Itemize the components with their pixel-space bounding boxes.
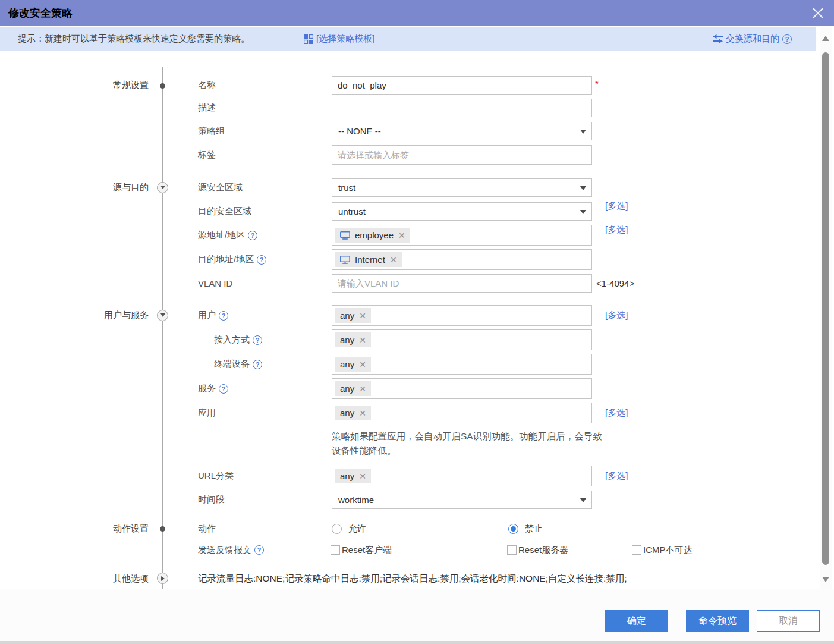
vlan-range-hint: <1-4094> [596,274,634,293]
help-icon[interactable]: ? [253,360,262,369]
terminal-device-row: 终端设备 ? any ✕ [0,354,834,375]
help-icon[interactable]: ? [253,335,262,345]
chip-remove-icon[interactable]: ✕ [359,385,366,393]
tags-input[interactable] [332,145,592,165]
address-chip: employee ✕ [335,228,410,243]
terminal-device-label-text: 终端设备 [214,359,250,370]
close-icon[interactable] [810,5,826,21]
access-mode-label-text: 接入方式 [214,334,250,345]
cancel-button[interactable]: 取消 [757,610,820,632]
radio-allow[interactable] [332,524,342,534]
swap-source-dest-link[interactable]: 交换源和目的 ? [713,33,792,45]
description-input[interactable] [332,99,592,117]
deny-label: 禁止 [525,523,543,535]
dest-zone-select[interactable]: untrust [332,202,592,221]
required-mark: * [595,78,599,89]
time-range-value: worktime [338,495,374,505]
name-input[interactable] [332,76,592,95]
application-note: 策略如果配置应用，会自动开启SA识别功能。功能开启后，会导致设备性能降低。 [332,429,604,458]
dest-zone-value: untrust [338,206,366,216]
chip-remove-icon[interactable]: ✕ [390,256,397,264]
help-icon[interactable]: ? [219,311,228,321]
checkbox-reset-client[interactable] [331,545,340,555]
chip-remove-icon[interactable]: ✕ [359,360,366,369]
chip-text: any [340,310,354,321]
user-field[interactable]: any ✕ [332,305,592,326]
url-category-field[interactable]: any ✕ [332,466,592,486]
help-icon[interactable]: ? [257,255,266,265]
help-icon[interactable]: ? [782,34,792,44]
chip-remove-icon[interactable]: ✕ [359,409,366,417]
reset-client-option: Reset客户端 [331,543,392,557]
chip-remove-icon[interactable]: ✕ [359,336,366,344]
time-range-select[interactable]: worktime [332,491,592,509]
vlan-input[interactable] [332,274,592,293]
dest-address-label-text: 目的地址/地区 [198,254,254,265]
radio-deny[interactable] [508,524,518,534]
application-multi-link[interactable]: [多选] [605,403,628,423]
chip-text: Internet [355,255,385,265]
source-address-field[interactable]: employee ✕ [332,225,592,246]
section-user-service: 用户与服务 [53,305,149,326]
command-preview-button[interactable]: 命令预览 [686,610,749,632]
section-other: 其他选项 [53,571,149,586]
action-allow-option: 允许 [332,522,366,536]
chip-text: employee [355,230,394,240]
feedback-label: 发送反馈报文 ? [198,543,264,557]
dialog-titlebar: 修改安全策略 [0,0,834,26]
vlan-row: VLAN ID <1-4094> [0,274,834,293]
chip-remove-icon[interactable]: ✕ [359,472,366,480]
any-chip: any ✕ [335,308,371,323]
select-policy-template-link[interactable]: [选择策略模板] [316,33,374,45]
policy-group-row: 策略组 -- NONE -- [0,122,834,140]
scroll-up-icon[interactable] [822,36,829,41]
reset-client-label: Reset客户端 [342,545,392,556]
action-row: 动作设置 动作 允许 禁止 [0,522,834,536]
expand-section-icon[interactable] [157,573,168,584]
host-icon [340,256,350,264]
application-field[interactable]: any ✕ [332,403,592,423]
chip-remove-icon[interactable]: ✕ [359,312,366,320]
source-zone-row: 源与目的 源安全区域 trust [多选] [0,178,834,197]
dest-address-field[interactable]: Internet ✕ [332,249,592,270]
chip-text: any [340,408,354,418]
help-icon[interactable]: ? [254,545,264,555]
service-field[interactable]: any ✕ [332,378,592,399]
reset-server-label: Reset服务器 [518,545,568,556]
name-label: 名称 [198,76,216,95]
any-chip: any ✕ [335,332,371,347]
url-category-row: URL分类 any ✕ [多选] [0,466,834,486]
terminal-device-field[interactable]: any ✕ [332,354,592,375]
help-icon[interactable]: ? [248,231,257,240]
tags-label: 标签 [198,145,216,165]
source-zone-label: 源安全区域 [198,178,243,197]
help-icon[interactable]: ? [219,384,228,394]
user-row: 用户与服务 用户 ? any ✕ [多选] [0,305,834,326]
chip-remove-icon[interactable]: ✕ [398,231,405,240]
icmp-unreachable-option: ICMP不可达 [632,543,693,557]
user-multi-link[interactable]: [多选] [605,305,628,326]
source-zone-select[interactable]: trust [332,178,592,197]
access-mode-field[interactable]: any ✕ [332,329,592,350]
checkbox-icmp-unreachable[interactable] [632,545,641,555]
collapse-section-icon[interactable] [157,310,168,321]
checkbox-reset-server[interactable] [507,545,517,555]
collapse-section-icon[interactable] [157,182,168,193]
section-general: 常规设置 [53,76,149,95]
application-label: 应用 [198,403,216,423]
ok-button[interactable]: 确定 [605,610,668,632]
dest-zone-label: 目的安全区域 [198,202,251,221]
swap-label: 交换源和目的 [726,33,779,45]
vlan-label: VLAN ID [198,274,232,293]
allow-label: 允许 [348,523,366,535]
other-options-summary: 记录流量日志:NONE;记录策略命中日志:禁用;记录会话日志:禁用;会话老化时间… [198,571,627,586]
policy-group-select[interactable]: -- NONE -- [332,122,592,140]
user-label-text: 用户 [198,310,216,321]
service-label: 服务 ? [198,378,228,399]
time-range-row: 时间段 worktime [0,491,834,509]
chip-text: any [340,359,354,369]
section-dot-icon [160,526,165,532]
action-deny-option: 禁止 [508,522,543,536]
url-category-multi-link[interactable]: [多选] [605,466,628,486]
swap-icon [713,34,723,43]
